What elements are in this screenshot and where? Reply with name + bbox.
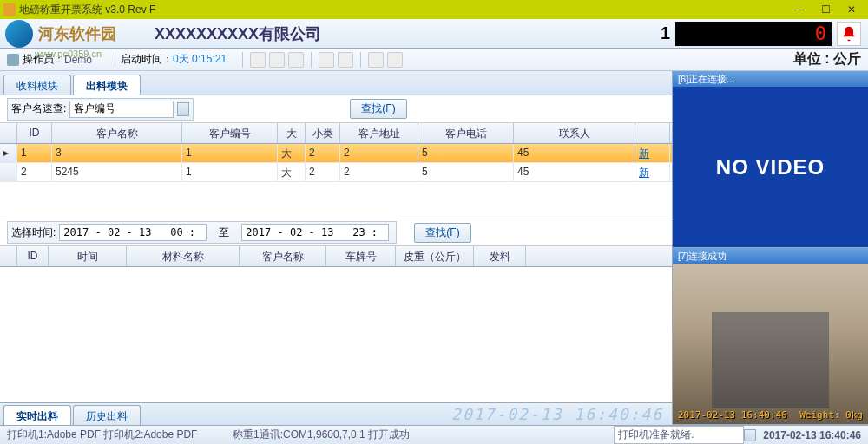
col-address[interactable]: 客户地址: [340, 123, 418, 143]
user-icon: [7, 54, 19, 66]
col-tare[interactable]: 皮重（公斤）: [396, 246, 474, 266]
titlebar: 地磅称重开票系统 v3.0 Rev F — ☐ ✕: [0, 0, 868, 19]
rss-icon[interactable]: [368, 52, 384, 68]
row-action-link[interactable]: 新: [635, 163, 670, 181]
no-video-label: NO VIDEO: [716, 155, 825, 180]
to-label: 至: [219, 225, 229, 240]
col-contact[interactable]: 联系人: [514, 123, 635, 143]
time-from-input[interactable]: [59, 224, 207, 241]
status-timestamp: 2017-02-13 16:40:46: [763, 429, 861, 441]
table-row[interactable]: 2 5245 1 大 2 2 5 45 新: [0, 163, 672, 182]
dropdown-icon[interactable]: [744, 429, 756, 441]
col-id[interactable]: ID: [17, 246, 49, 266]
table-row[interactable]: ▸ 1 3 1 大 2 2 5 45 新: [0, 144, 672, 163]
header: XXXXXXXXXX有限公司 1 0: [0, 19, 868, 49]
tab-history[interactable]: 历史出料: [73, 405, 141, 425]
watermark: 河东软件园 www.pc0359.cn: [0, 19, 116, 49]
toolbar: 操作员： Demo 启动时间： 0天 0:15:21 单位 : 公斤: [0, 49, 868, 71]
status-printers: 打印机1:Adobe PDF 打印机2:Adobe PDF: [7, 428, 233, 442]
video2-body: 2017-02-13 16:40:46 Weight: 0kg: [673, 264, 868, 424]
records-grid: ID 时间 材料名称 客户名称 车牌号 皮重（公斤） 发料: [0, 246, 672, 402]
maximize-button[interactable]: ☐: [812, 1, 838, 18]
alarm-button[interactable]: [837, 22, 861, 46]
video-weight: Weight: 0kg: [799, 409, 863, 421]
video1-title: [6]正在连接...: [673, 71, 868, 87]
print-icon[interactable]: [338, 52, 353, 68]
search-label: 客户名速查:: [11, 101, 66, 116]
col-customer[interactable]: 客户名称: [240, 246, 326, 266]
minimize-button[interactable]: —: [786, 1, 812, 18]
watermark-site: 河东软件园: [38, 23, 116, 44]
customer-grid: ID 客户名称 客户编号 大 小类 客户地址 客户电话 联系人 ▸ 1 3 1 …: [0, 123, 672, 219]
car-icon[interactable]: [319, 52, 334, 68]
bell-icon: [840, 25, 858, 42]
timestamp-overlay: 2017-02-13 16:40:46: [451, 405, 663, 423]
watermark-url: www.pc0359.cn: [35, 49, 102, 59]
find-button[interactable]: 查找(F): [350, 99, 406, 119]
video2-title: [7]连接成功: [673, 248, 868, 264]
unit-label: 单位 : 公斤: [793, 50, 861, 69]
status-comm: 称重1通讯:COM1,9600,7,0,1 打开成功: [233, 428, 614, 442]
site-logo-icon: [5, 20, 33, 48]
col-customer-no[interactable]: 客户编号: [182, 123, 278, 143]
camera-icon[interactable]: [269, 52, 285, 68]
weight-value: 0: [815, 23, 826, 44]
video1-body: NO VIDEO: [673, 87, 868, 247]
time-label: 选择时间:: [11, 225, 56, 240]
row-action-link[interactable]: 新: [635, 144, 670, 162]
channel-number: 1: [661, 23, 670, 43]
tab-dispatch[interactable]: 出料模块: [73, 75, 141, 95]
col-name[interactable]: 客户名称: [52, 123, 182, 143]
search-dropdown-icon[interactable]: [177, 102, 189, 116]
col-big[interactable]: 大: [278, 123, 306, 143]
col-small[interactable]: 小类: [306, 123, 340, 143]
row-selector-icon: ▸: [0, 144, 17, 162]
uptime-value: 0天 0:15:21: [173, 52, 227, 67]
uptime-label: 启动时间：: [121, 52, 173, 67]
close-button[interactable]: ✕: [838, 1, 865, 18]
time-filter-bar: 选择时间: 至 查找(F): [0, 219, 672, 246]
tool-icon-7[interactable]: [387, 52, 403, 68]
col-time[interactable]: 时间: [49, 246, 127, 266]
search-input[interactable]: [69, 101, 174, 118]
col-ship[interactable]: 发料: [474, 246, 526, 266]
time-find-button[interactable]: 查找(F): [414, 223, 470, 243]
tool-icon-1[interactable]: [250, 52, 266, 68]
tab-receive[interactable]: 收料模块: [3, 75, 71, 95]
module-tabs: 收料模块 出料模块: [0, 71, 672, 95]
tab-realtime[interactable]: 实时出料: [3, 405, 71, 425]
app-icon: [3, 3, 16, 16]
status-bar: 打印机1:Adobe PDF 打印机2:Adobe PDF 称重1通讯:COM1…: [0, 425, 868, 444]
col-material[interactable]: 材料名称: [127, 246, 240, 266]
weight-display: 0: [675, 22, 832, 46]
customer-search-bar: 客户名速查: 查找(F): [0, 95, 672, 123]
video-panel: [6]正在连接... NO VIDEO [7]连接成功 2017-02-13 1…: [673, 71, 868, 425]
col-id[interactable]: ID: [17, 123, 52, 143]
window-title: 地磅称重开票系统 v3.0 Rev F: [19, 3, 786, 17]
status-printer-ready: 打印机准备就绪.: [614, 426, 744, 444]
col-phone[interactable]: 客户电话: [418, 123, 514, 143]
bottom-tabs: 实时出料 历史出料 2017-02-13 16:40:46: [0, 402, 672, 425]
company-name: XXXXXXXXXX有限公司: [155, 23, 321, 44]
tool-icon-3[interactable]: [288, 52, 304, 68]
time-to-input[interactable]: [241, 224, 389, 241]
video-timestamp: 2017-02-13 16:40:46: [678, 409, 787, 421]
col-plate[interactable]: 车牌号: [326, 246, 396, 266]
